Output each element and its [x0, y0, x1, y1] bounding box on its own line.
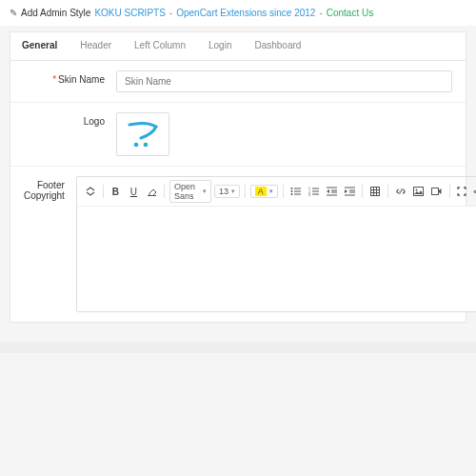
bold-button[interactable]: B [108, 183, 123, 200]
svg-rect-30 [432, 188, 439, 195]
indent-icon[interactable] [342, 183, 357, 200]
table-icon[interactable] [367, 183, 383, 200]
row-logo: Logo [10, 103, 466, 167]
code-view-button[interactable]: </> [472, 183, 476, 200]
highlight-sample: A [255, 187, 267, 196]
caret-down-icon: ▾ [203, 188, 207, 195]
toolbar-separator [362, 185, 363, 198]
link-icon[interactable] [393, 183, 408, 200]
toolbar-separator [449, 185, 450, 198]
svg-rect-28 [414, 188, 424, 196]
row-footer-copyright: Footer Copyright B U Open Sans▾ 13▾ [10, 167, 466, 322]
contact-link[interactable]: Contact Us [327, 8, 373, 18]
pencil-icon: ✎ [10, 8, 17, 18]
cart-icon [124, 119, 162, 149]
skin-name-label: Skin Name [58, 74, 105, 85]
video-icon[interactable] [429, 183, 445, 200]
caret-down-icon: ▾ [269, 188, 273, 195]
font-family-select[interactable]: Open Sans▾ [169, 180, 211, 203]
unordered-list-icon[interactable] [288, 183, 303, 200]
caret-down-icon: ▾ [231, 188, 235, 195]
svg-point-7 [290, 193, 292, 195]
main-panel: General Header Left Column Login Dashboa… [10, 31, 466, 323]
svg-point-29 [416, 189, 418, 191]
page-title: ✎ Add Admin Style KOKU SCRIPTS - OpenCar… [0, 0, 476, 26]
underline-button[interactable]: U [126, 183, 141, 200]
required-mark: * [52, 74, 56, 85]
font-size-value: 13 [219, 187, 228, 196]
tab-left-column[interactable]: Left Column [123, 32, 197, 60]
logo-label: Logo [84, 116, 105, 127]
footer-label: Footer Copyright [24, 180, 65, 201]
fullscreen-icon[interactable] [454, 183, 469, 200]
toolbar-separator [103, 185, 104, 198]
toolbar-separator [164, 185, 165, 198]
separator: - [319, 8, 322, 18]
tab-dashboard[interactable]: Dashboard [243, 32, 312, 60]
svg-point-3 [290, 188, 292, 189]
title-prefix: Add Admin Style [21, 8, 90, 18]
tab-general[interactable]: General [10, 32, 69, 60]
skin-name-input[interactable] [116, 70, 452, 92]
separator: - [169, 8, 172, 18]
svg-rect-23 [371, 188, 380, 196]
svg-point-5 [290, 190, 292, 192]
toolbar-separator [387, 185, 388, 198]
tab-header[interactable]: Header [69, 32, 123, 60]
editor-toolbar: B U Open Sans▾ 13▾ A▾ 123 [77, 177, 476, 207]
editor-content[interactable] [77, 207, 476, 311]
tab-login[interactable]: Login [197, 32, 243, 60]
font-size-select[interactable]: 13▾ [214, 185, 240, 198]
toolbar-separator [283, 185, 284, 198]
logo-picker[interactable] [116, 112, 169, 156]
svg-point-1 [144, 143, 149, 148]
tab-bar: General Header Left Column Login Dashboa… [10, 32, 466, 61]
tagline-link[interactable]: OpenCart Extensions since 2012 [176, 8, 315, 18]
svg-point-0 [134, 143, 139, 148]
font-family-value: Open Sans [174, 182, 200, 201]
toolbar-separator [245, 185, 246, 198]
image-icon[interactable] [411, 183, 426, 200]
erase-icon[interactable] [144, 183, 159, 200]
svg-text:3: 3 [308, 193, 310, 196]
outdent-icon[interactable] [324, 183, 339, 200]
rich-text-editor: B U Open Sans▾ 13▾ A▾ 123 [76, 176, 476, 312]
brand-link[interactable]: KOKU SCRIPTS [94, 8, 165, 18]
expand-icon[interactable] [83, 183, 98, 200]
footer-strip [0, 342, 476, 353]
row-skin-name: *Skin Name [10, 61, 466, 103]
ordered-list-icon[interactable]: 123 [306, 183, 321, 200]
highlight-color-select[interactable]: A▾ [250, 185, 278, 198]
